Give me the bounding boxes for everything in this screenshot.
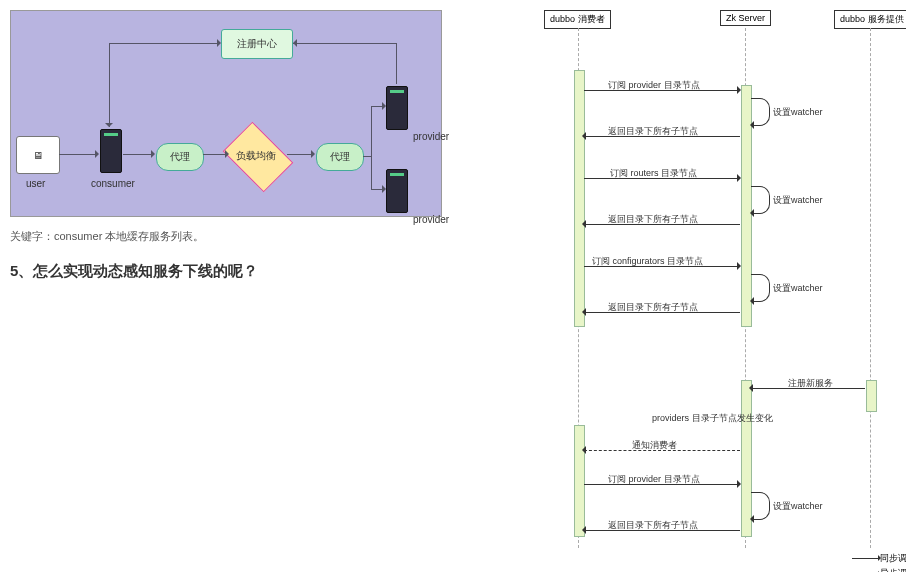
arrow [371, 156, 372, 189]
arrow [123, 154, 153, 155]
self-call [751, 98, 770, 126]
message-label: 订阅 provider 目录节点 [608, 79, 700, 92]
message-label: providers 目录子节点发生变化 [652, 412, 773, 425]
arrowhead-icon [289, 39, 297, 47]
arrowhead-icon [578, 308, 586, 316]
section-heading: 5、怎么实现动态感知服务下线的呢？ [10, 262, 450, 281]
activation-bar [574, 70, 585, 327]
arrowhead-icon [225, 150, 233, 158]
lifeline [870, 28, 872, 548]
message-label: 注册新服务 [788, 377, 833, 390]
arrowhead-icon [737, 480, 745, 488]
arrow [371, 106, 372, 156]
arrow [293, 43, 396, 44]
left-column: 注册中心 代理 代理 负载均衡 🖥 user consumer provider… [10, 10, 480, 572]
arrow [203, 154, 227, 155]
arrowhead-icon [578, 446, 586, 454]
load-balance-label: 负载均衡 [236, 149, 276, 163]
arrowhead-icon [151, 150, 159, 158]
arrow [287, 154, 313, 155]
arrowhead-icon [95, 150, 103, 158]
arrowhead-icon [578, 526, 586, 534]
arrowhead-icon [745, 384, 753, 392]
self-call [751, 492, 770, 520]
legend-line-solid [852, 558, 880, 559]
participant-provider: dubbo 服务提供 [834, 10, 906, 29]
provider-label-1: provider [413, 131, 449, 142]
self-call [751, 186, 770, 214]
legend: 同步调用 异步调用 [852, 550, 906, 572]
arrow [363, 156, 371, 157]
message-label: 设置watcher [773, 194, 823, 207]
arrowhead-icon [578, 220, 586, 228]
message-label: 设置watcher [773, 500, 823, 513]
arrowhead-icon [105, 123, 113, 131]
architecture-diagram: 注册中心 代理 代理 负载均衡 🖥 user consumer provider… [10, 10, 442, 217]
proxy-box-1: 代理 [156, 143, 204, 171]
user-box: 🖥 [16, 136, 60, 174]
arrowhead-icon [578, 132, 586, 140]
message-label: 返回目录下所有子节点 [608, 213, 698, 226]
consumer-server-icon [100, 129, 122, 173]
provider-label-2: provider [413, 214, 449, 225]
message-label: 订阅 routers 目录节点 [610, 167, 697, 180]
sequence-diagram: dubbo 消费者 Zk Server dubbo 服务提供 订阅 provid… [480, 10, 906, 572]
user-label: user [26, 178, 45, 189]
arrowhead-icon [311, 150, 319, 158]
arrowhead-icon [382, 185, 390, 193]
caption-text: 关键字：consumer 本地缓存服务列表。 [10, 229, 450, 244]
message-label: 设置watcher [773, 106, 823, 119]
participant-consumer: dubbo 消费者 [544, 10, 611, 29]
arrowhead-icon [737, 86, 745, 94]
message-label: 返回目录下所有子节点 [608, 519, 698, 532]
consumer-label: consumer [91, 178, 135, 189]
monitor-icon: 🖥 [33, 150, 43, 161]
arrow [109, 43, 219, 44]
message-label: 设置watcher [773, 282, 823, 295]
registry-box: 注册中心 [221, 29, 293, 59]
message-label: 返回目录下所有子节点 [608, 301, 698, 314]
message-label: 返回目录下所有子节点 [608, 125, 698, 138]
arrowhead-icon [737, 262, 745, 270]
activation-bar [574, 425, 585, 537]
arrow [396, 43, 397, 84]
proxy-box-2: 代理 [316, 143, 364, 171]
arrowhead-icon [737, 174, 745, 182]
participant-zk: Zk Server [720, 10, 771, 26]
activation-bar [866, 380, 877, 412]
message-label: 订阅 configurators 目录节点 [592, 255, 703, 268]
message-label: 通知消费者 [632, 439, 677, 452]
arrowhead-icon [217, 39, 225, 47]
arrow [59, 154, 97, 155]
arrowhead-icon [382, 102, 390, 110]
self-call [751, 274, 770, 302]
message-label: 订阅 provider 目录节点 [608, 473, 700, 486]
arrow [109, 43, 110, 127]
